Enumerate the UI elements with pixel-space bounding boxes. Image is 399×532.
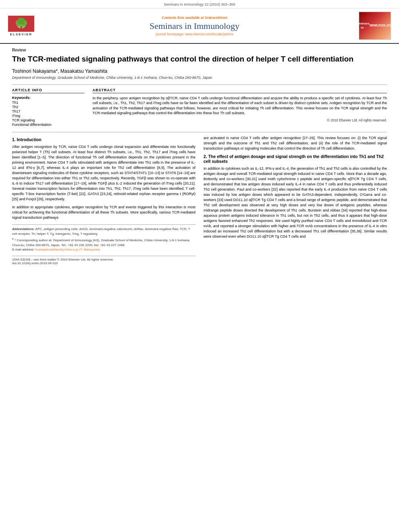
journal-center: Contents lists available at ScienceDirec… — [34, 16, 355, 36]
email-text[interactable]: tnakayama@faculty.chiba-u.jp (T. Nakayam… — [35, 248, 101, 251]
journal-logo-right: Seminars inIMMUNOLOGY — [359, 12, 391, 40]
svg-rect-1 — [21, 26, 22, 29]
footnotes: Abbreviations: APC, antigen presenting c… — [12, 224, 195, 252]
homepage-prefix: journal homepage: — [156, 32, 185, 36]
abstract-text: In the periphery, upon antigen recogniti… — [93, 96, 387, 116]
elsevier-logo: ELSEVIER — [8, 16, 34, 36]
keywords-label: Keywords: — [12, 96, 84, 100]
abbreviations: Abbreviations: APC, antigen presenting c… — [12, 227, 195, 236]
right-intro-continuation: are activated in naïve CD4 T cells after… — [204, 136, 387, 151]
section2-paragraph-1: In addition to cytokines such as IL-12, … — [204, 166, 387, 240]
email-footnote: E-mail address: tnakayama@faculty.chiba-… — [12, 247, 195, 252]
body-columns: 1. Introduction After antigen recognitio… — [12, 136, 387, 265]
copyright: © 2010 Elsevier Ltd. All rights reserved… — [93, 118, 387, 122]
article-info-column: ARTICLE INFO Keywords: Th1 Th2 Th17 iTre… — [12, 88, 84, 127]
keyword-functional: Functional differentiation — [12, 123, 84, 127]
corresponding-label: * Corresponding author at: — [14, 238, 52, 242]
elsevier-tree-icon — [13, 18, 29, 30]
intro-section-heading: Introduction — [17, 137, 41, 142]
email-label: E-mail address: — [12, 248, 35, 251]
body-left-column: 1. Introduction After antigen recognitio… — [12, 136, 195, 265]
elsevier-text: ELSEVIER — [10, 33, 33, 36]
journal-cover-image: Seminars inIMMUNOLOGY — [359, 12, 391, 40]
intro-paragraph-1: After antigen recognition by TCR, naïve … — [12, 144, 195, 202]
abstract-header: ABSTRACT — [93, 88, 387, 93]
elsevier-red-box — [8, 16, 34, 32]
issn-line: 1044-5323/$ – see front matter © 2010 El… — [12, 258, 195, 261]
journal-citation-bar: Seminars in Immunology 22 (2010) 303–309 — [0, 0, 399, 8]
keyword-tcr: TCR signaling — [12, 118, 84, 122]
journal-citation: Seminars in Immunology 22 (2010) 303–309 — [164, 2, 235, 6]
article-info-header: ARTICLE INFO — [12, 88, 84, 93]
page-wrapper: Seminars in Immunology 22 (2010) 303–309… — [0, 0, 399, 273]
star-icon: * — [12, 238, 14, 242]
article-content: Review The TCR-mediated signaling pathwa… — [0, 44, 399, 273]
keyword-th1: Th1 — [12, 101, 84, 105]
intro-section-title: 1. Introduction — [12, 137, 195, 142]
intro-paragraph-2: In addition to appropriate cytokines, an… — [12, 205, 195, 220]
abstract-column: ABSTRACT In the periphery, upon antigen … — [93, 88, 387, 127]
section2-title: 2. The effect of antigen dosage and sign… — [204, 154, 387, 164]
article-title: The TCR-mediated signaling pathways that… — [12, 54, 387, 64]
divider-2 — [12, 132, 387, 132]
authors: Toshinori Nakayama*, Masakatsu Yamashita — [12, 68, 387, 74]
intro-section-number: 1. — [12, 137, 16, 142]
bottom-bar: 1044-5323/$ – see front matter © 2010 El… — [12, 256, 195, 265]
journal-homepage: journal homepage: www.elsevier.com/locat… — [34, 32, 355, 36]
abbreviations-text: APC, antigen presenting cells; dnCN, dom… — [12, 227, 190, 235]
info-abstract-row: ARTICLE INFO Keywords: Th1 Th2 Th17 iTre… — [12, 88, 387, 127]
doi-line: doi:10.1016/j.smim.2010.04.010 — [12, 261, 195, 265]
homepage-url[interactable]: www.elsevier.com/locate/ysmim — [185, 32, 233, 36]
abbreviations-label: Abbreviations: — [12, 227, 35, 231]
sciencedirect-link: Contents lists available at ScienceDirec… — [34, 16, 355, 20]
section-label: Review — [12, 48, 387, 52]
keyword-itreg: iTreg — [12, 114, 84, 118]
sciencedirect-prefix: Contents lists available at — [162, 16, 205, 20]
keyword-th17: Th17 — [12, 109, 84, 113]
section2-heading: The effect of antigen dosage and signal … — [204, 154, 384, 164]
affiliation: Department of Immunology, Graduate Schoo… — [12, 76, 387, 80]
keyword-th2: Th2 — [12, 105, 84, 109]
body-right-column: are activated in naïve CD4 T cells after… — [204, 136, 387, 265]
section2-number: 2. — [204, 154, 207, 159]
journal-header: ELSEVIER Contents lists available at Sci… — [0, 8, 399, 44]
corresponding-author: * * Corresponding author at: Department … — [12, 237, 195, 247]
divider — [12, 84, 387, 85]
journal-title: Seminars in Immunology — [34, 21, 355, 31]
sciencedirect-name[interactable]: ScienceDirect — [205, 16, 227, 20]
